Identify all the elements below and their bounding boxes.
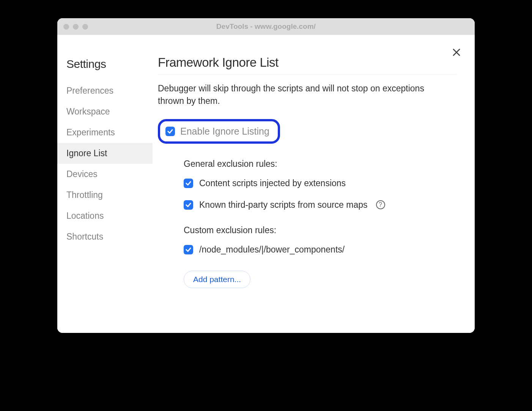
add-pattern-button[interactable]: Add pattern... <box>184 271 250 288</box>
rule-content-scripts: Content scripts injected by extensions <box>184 178 456 188</box>
window-titlebar: DevTools - www.google.com/ <box>57 18 475 35</box>
sidebar-item-devices[interactable]: Devices <box>64 164 150 185</box>
sidebar-title: Settings <box>64 58 150 71</box>
rule-third-party-scripts-label: Known third-party scripts from source ma… <box>199 200 368 210</box>
custom-rule-node-modules: /node_modules/|/bower_components/ <box>184 245 456 255</box>
enable-ignore-listing-highlight: Enable Ignore Listing <box>158 119 280 144</box>
devtools-settings-window: DevTools - www.google.com/ Settings Pref… <box>57 18 475 333</box>
enable-ignore-listing-checkbox[interactable] <box>165 127 175 136</box>
general-exclusion-section: General exclusion rules: Content scripts… <box>158 159 456 210</box>
help-icon[interactable]: ? <box>376 200 385 209</box>
rule-third-party-scripts: Known third-party scripts from source ma… <box>184 200 456 210</box>
checkmark-icon <box>185 246 192 253</box>
sidebar-item-experiments[interactable]: Experiments <box>64 122 150 143</box>
traffic-lights <box>63 24 88 30</box>
maximize-window-button[interactable] <box>82 24 88 30</box>
custom-exclusion-section: Custom exclusion rules: /node_modules/|/… <box>158 225 456 288</box>
sidebar-item-locations[interactable]: Locations <box>64 206 150 226</box>
close-icon <box>452 48 461 57</box>
enable-ignore-listing-label: Enable Ignore Listing <box>180 126 269 137</box>
checkmark-icon <box>185 202 192 208</box>
page-description: Debugger will skip through the scripts a… <box>158 82 450 108</box>
custom-rule-node-modules-label: /node_modules/|/bower_components/ <box>199 245 345 255</box>
rule-third-party-scripts-checkbox[interactable] <box>184 200 193 210</box>
checkmark-icon <box>167 128 173 135</box>
settings-content: Settings Preferences Workspace Experimen… <box>57 35 475 333</box>
sidebar-item-shortcuts[interactable]: Shortcuts <box>64 226 150 247</box>
rule-content-scripts-checkbox[interactable] <box>184 179 193 188</box>
close-window-button[interactable] <box>63 24 69 30</box>
window-title: DevTools - www.google.com/ <box>57 22 475 31</box>
page-title: Framework Ignore List <box>158 55 456 75</box>
close-settings-button[interactable] <box>452 48 461 58</box>
sidebar-item-ignore-list[interactable]: Ignore List <box>57 143 153 164</box>
settings-sidebar: Settings Preferences Workspace Experimen… <box>57 35 150 333</box>
sidebar-item-preferences[interactable]: Preferences <box>64 80 150 101</box>
custom-rule-node-modules-checkbox[interactable] <box>184 245 193 254</box>
rule-content-scripts-label: Content scripts injected by extensions <box>199 178 346 188</box>
settings-main-panel: Framework Ignore List Debugger will skip… <box>150 35 475 333</box>
sidebar-item-workspace[interactable]: Workspace <box>64 101 150 122</box>
checkmark-icon <box>185 180 192 187</box>
sidebar-item-throttling[interactable]: Throttling <box>64 185 150 206</box>
general-exclusion-heading: General exclusion rules: <box>184 159 456 169</box>
minimize-window-button[interactable] <box>73 24 79 30</box>
custom-exclusion-heading: Custom exclusion rules: <box>184 225 456 235</box>
